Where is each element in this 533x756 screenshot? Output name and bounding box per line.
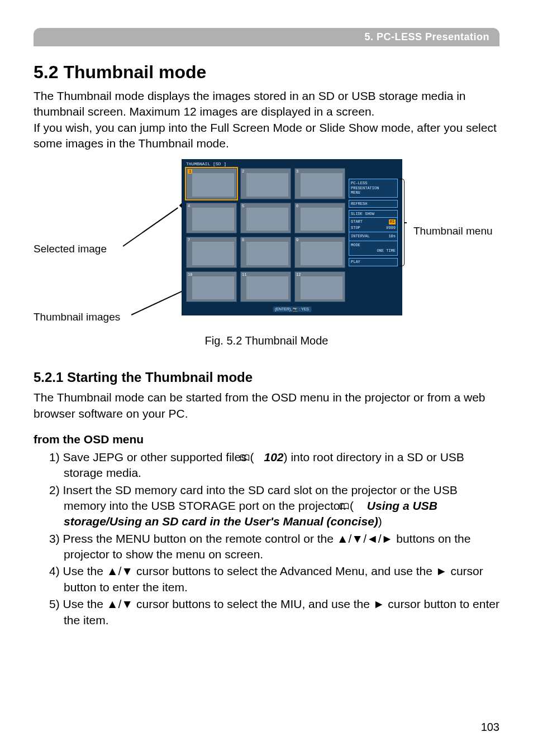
thumb-9[interactable]: 9 [294,237,345,268]
thumbnail-side-menu: PC-LESS PRESENTATION MENU REFRESH SLIDE … [349,179,398,266]
screen-title: THUMBNAIL [SD ] [186,161,226,166]
step-2: 2) Insert the SD memory card into the SD… [49,482,499,530]
subsection-title: 5.2.1 Starting the Thumbnail mode [34,370,499,385]
callout-thumbnail-images: Thumbnail images [34,311,120,323]
menu-slideshow[interactable]: SLIDE SHOW START#1 STOP#999 INTERVAL10s … [349,210,398,256]
method-heading: from the OSD menu [34,433,499,446]
breadcrumb: 5. PC-LESS Presentation [34,28,499,46]
thumb-7[interactable]: 7 [186,237,237,268]
callout-line [131,288,190,315]
thumbnail-screen: THUMBNAIL [SD ] 1 2 3 4 5 6 7 8 9 10 11 … [182,159,402,315]
screen-footer-hint: (ENTER), 📷 : YES [273,307,311,312]
thumb-4[interactable]: 4 [186,203,237,234]
menu-play[interactable]: PLAY [349,258,398,266]
callout-line [123,208,178,247]
callout-selected-image: Selected image [34,243,107,255]
page-number: 103 [481,721,499,734]
thumb-8[interactable]: 8 [240,237,291,268]
book-icon [254,450,264,458]
menu-pcless[interactable]: PC-LESS PRESENTATION MENU [349,179,398,197]
thumb-6[interactable]: 6 [294,203,345,234]
thumb-2[interactable]: 2 [240,168,291,199]
callout-thumbnail-menu: Thumbnail menu [413,225,493,237]
thumb-11[interactable]: 11 [240,271,291,303]
thumb-12[interactable]: 12 [294,271,345,303]
figure-5-2: Selected image Thumbnail images THUMBNAI… [34,159,499,332]
section-intro: The Thumbnail mode displays the images s… [34,88,499,151]
brace-icon [399,179,404,266]
osd-steps: 1) Save JEPG or other supported files (1… [34,449,499,628]
figure-caption: Fig. 5.2 Thumbnail Mode [34,334,499,347]
step-5: 5) Use the ▲/▼ cursor buttons to select … [49,596,499,628]
menu-row-mode[interactable]: MODE [351,242,396,248]
thumb-1[interactable]: 1 [186,168,237,199]
thumb-grid: 1 2 3 4 5 6 7 8 9 10 11 12 [186,168,345,302]
menu-row-interval[interactable]: INTERVAL10s [351,233,396,239]
thumb-10[interactable]: 10 [186,271,237,303]
step-3: 3) Press the MENU button on the remote c… [49,531,499,563]
menu-row-mode-value: ONE TIME [351,248,396,253]
thumb-3[interactable]: 3 [294,168,345,199]
subsection-intro: The Thumbnail mode can be started from t… [34,390,499,422]
step-1: 1) Save JEPG or other supported files (1… [49,449,499,481]
menu-refresh[interactable]: REFRESH [349,200,398,208]
section-title: 5.2 Thumbnail mode [34,62,499,83]
thumb-5[interactable]: 5 [240,203,291,234]
book-icon [354,499,364,506]
menu-row-stop[interactable]: STOP#999 [351,225,396,231]
menu-row-start[interactable]: START#1 [351,219,396,224]
step-4: 4) Use the ▲/▼ cursor buttons to select … [49,563,499,595]
